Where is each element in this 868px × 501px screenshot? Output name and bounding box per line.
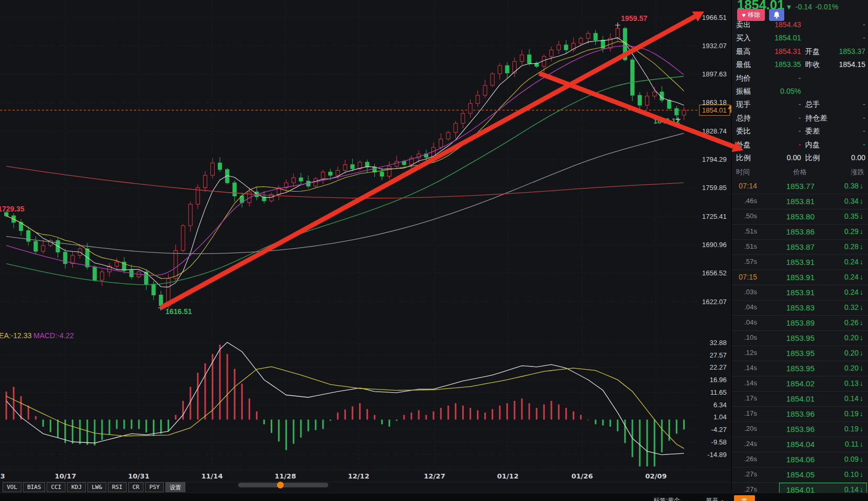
quote-row: 买入1854.01- bbox=[732, 32, 868, 45]
price-annotation: 1616.51 bbox=[165, 307, 192, 316]
trade-time: .14s bbox=[732, 379, 757, 387]
down-arrow-icon: ↓ bbox=[860, 182, 863, 190]
down-arrow-icon: ↓ bbox=[860, 470, 863, 478]
macd-axis-label: 16.96 bbox=[709, 376, 727, 384]
heart-icon: ♥ bbox=[742, 12, 745, 19]
quote-value: - bbox=[763, 127, 801, 135]
down-arrow-icon: ↓ bbox=[860, 318, 863, 327]
price-axis-label: 1828.74 bbox=[702, 127, 727, 135]
indicator-tab-bias[interactable]: BIAS bbox=[23, 482, 46, 492]
trade-change: 0.24 bbox=[831, 288, 859, 296]
column-time: 时间 bbox=[736, 168, 750, 177]
price-annotation: 1729.35 bbox=[0, 205, 25, 213]
sign-button[interactable]: 签 bbox=[734, 495, 755, 501]
quote-row: 比例0.00比例0.00 bbox=[732, 152, 868, 165]
quote-value: - bbox=[763, 100, 801, 108]
trade-change: 0.35 bbox=[831, 212, 859, 220]
trade-row: .14s1853.950.20↓ bbox=[732, 361, 868, 376]
trade-change: 0.14 bbox=[831, 394, 859, 403]
quote-row: 振幅0.05% bbox=[732, 85, 868, 98]
quote-label: 昨收 bbox=[805, 60, 820, 70]
indicator-tab-cr[interactable]: CR bbox=[128, 482, 143, 492]
trade-time: .10s bbox=[732, 333, 757, 341]
down-arrow-icon: ↓ bbox=[860, 212, 863, 220]
quote-value: 0.05% bbox=[763, 87, 801, 95]
quote-value: 0.00 bbox=[763, 153, 801, 162]
quote-row: 总持-持仓差- bbox=[732, 112, 868, 125]
quote-value: - bbox=[863, 34, 865, 42]
quote-value: - bbox=[763, 114, 801, 122]
trade-price: 1853.91 bbox=[774, 258, 815, 266]
indicator-tab-kdj[interactable]: KDJ bbox=[67, 482, 86, 492]
indicator-tab-cci[interactable]: CCI bbox=[47, 482, 65, 492]
date-axis-label: 3 bbox=[0, 472, 5, 480]
price-annotation: 1843.12 bbox=[653, 117, 680, 125]
chart-scrollbar[interactable] bbox=[238, 483, 328, 487]
down-triangle-icon: ▼ bbox=[785, 3, 792, 11]
quote-row: 委比-委差- bbox=[732, 125, 868, 138]
indicator-tab-psy[interactable]: PSY bbox=[145, 482, 164, 492]
trade-time: .46s bbox=[732, 197, 757, 205]
date-axis-label: 12/27 bbox=[424, 472, 446, 480]
trade-row: .12s1853.950.20↓ bbox=[732, 346, 868, 361]
down-arrow-icon: ↓ bbox=[860, 197, 863, 205]
quote-value: 1854.01 bbox=[763, 34, 801, 42]
trade-price: 1853.87 bbox=[774, 242, 815, 251]
quote-value: 1853.37 bbox=[839, 47, 865, 55]
quote-row: 最高1854.31开盘1853.37 bbox=[732, 46, 868, 59]
trade-time: .26s bbox=[732, 455, 757, 463]
trade-change: 0.09 bbox=[831, 455, 859, 463]
quote-value: 1853.35 bbox=[763, 60, 801, 69]
indicator-tab-rsi[interactable]: RSI bbox=[108, 482, 127, 492]
down-arrow-icon: ↓ bbox=[860, 364, 863, 372]
indicator-tab-[interactable]: 设置 bbox=[165, 482, 185, 492]
quote-label: 现手 bbox=[736, 100, 751, 109]
trade-change: 0.11 bbox=[831, 440, 859, 448]
trade-change: 0.38 bbox=[831, 182, 859, 190]
trade-change: 0.32 bbox=[831, 303, 859, 311]
trade-row: .50s1853.800.35↓ bbox=[732, 209, 868, 224]
price-axis-label: 1725.41 bbox=[702, 213, 727, 220]
expand-button[interactable]: 展开 ▲ bbox=[706, 496, 725, 501]
trade-price: 1853.91 bbox=[774, 273, 815, 282]
quote-label: 内盘 bbox=[805, 140, 820, 150]
trade-row: .10s1853.950.20↓ bbox=[732, 330, 868, 346]
trade-time: .04s bbox=[732, 318, 757, 326]
indicator-tab-vol[interactable]: VOL bbox=[3, 482, 21, 492]
indicator-tabs: VOLBIASCCIKDJLW&RSICRPSY设置 bbox=[1, 482, 185, 492]
macd-axis-label: 22.27 bbox=[709, 363, 727, 371]
grid bbox=[0, 0, 731, 482]
quote-row: 最低1853.35昨收1854.15 bbox=[732, 59, 868, 72]
remove-label: 移除 bbox=[748, 10, 760, 19]
date-axis-label: 11/28 bbox=[275, 472, 296, 480]
trade-row: .27s1854.050.10↓ bbox=[732, 467, 868, 482]
column-change: 涨跌 bbox=[851, 168, 864, 177]
scrollbar-thumb-dot[interactable] bbox=[277, 482, 284, 488]
trade-price: 1854.01 bbox=[774, 394, 815, 403]
trade-time: .04s bbox=[732, 303, 757, 311]
trade-row: .17s1853.960.19↓ bbox=[732, 406, 868, 421]
down-arrow-icon: ↓ bbox=[860, 288, 863, 296]
trade-change: 0.10 bbox=[831, 470, 859, 478]
indicator-tab-lw[interactable]: LW& bbox=[87, 482, 106, 492]
quote-label: 委比 bbox=[736, 127, 751, 136]
trade-price: 1853.91 bbox=[774, 288, 815, 297]
trade-price: 1853.81 bbox=[774, 197, 815, 206]
trade-row: .26s1854.060.09↓ bbox=[732, 452, 868, 467]
trade-change: 0.34 bbox=[831, 197, 859, 205]
date-axis-label: 01/26 bbox=[572, 472, 593, 480]
macd-axis-label: -9.58 bbox=[711, 438, 727, 446]
trade-time: .14s bbox=[732, 364, 757, 372]
dea-value-label: DEA:-12.33 bbox=[0, 331, 32, 340]
trade-price: 1853.96 bbox=[774, 409, 815, 418]
trade-row: 07:151853.910.24↓ bbox=[732, 270, 868, 285]
macd-axis-label: 1.04 bbox=[714, 413, 727, 421]
quote-label: 外盘 bbox=[736, 140, 751, 150]
price-axis-label: 1932.07 bbox=[702, 42, 727, 50]
trade-price: 1854.05 bbox=[774, 470, 815, 479]
quote-value: - bbox=[863, 140, 865, 149]
trade-time: .50s bbox=[732, 212, 757, 220]
trade-price: 1854.04 bbox=[774, 440, 815, 449]
trade-time: .24s bbox=[732, 440, 757, 448]
trade-time: .17s bbox=[732, 409, 757, 417]
